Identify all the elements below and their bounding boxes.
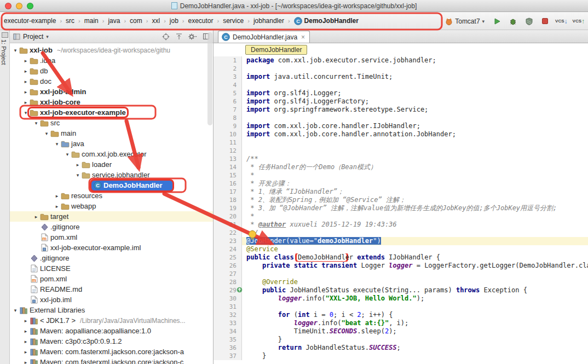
line-number-34[interactable]: 34 bbox=[214, 327, 242, 336]
line-number-24[interactable]: 24 bbox=[214, 245, 242, 253]
code-text[interactable]: * 任务Handler的一个Demo（Bean模式） bbox=[242, 163, 588, 171]
breadcrumb-src[interactable]: src bbox=[64, 16, 76, 26]
code-text[interactable]: import com.xxl.job.core.handler.annotati… bbox=[242, 130, 588, 138]
line-number-33[interactable]: 33 bbox=[214, 319, 242, 327]
tree-item-db[interactable]: ▸db bbox=[10, 66, 213, 76]
close-tab-icon[interactable]: × bbox=[300, 33, 305, 41]
tree-item-content[interactable]: service.jobhandler bbox=[81, 171, 151, 179]
code-text[interactable] bbox=[242, 65, 588, 73]
line-number-36[interactable]: 36 bbox=[214, 344, 242, 352]
line-number-31[interactable]: 31 bbox=[214, 303, 242, 311]
code-text[interactable]: for (int i = 0; i < 2; i++) { bbox=[242, 311, 588, 319]
line-number-15[interactable]: 15 bbox=[214, 171, 242, 180]
line-number-12[interactable]: 12 bbox=[214, 147, 242, 155]
collapse-all-icon[interactable] bbox=[175, 33, 183, 41]
code-text[interactable]: return JobHandleStatus.SUCCESS; bbox=[242, 344, 588, 352]
tree-item-src[interactable]: ▾src bbox=[10, 118, 213, 128]
code-text[interactable]: import com.xxl.job.core.handler.IJobHand… bbox=[242, 122, 588, 130]
tree-item-content[interactable]: src bbox=[39, 119, 61, 127]
tree-item-content[interactable]: mpom.xml bbox=[39, 233, 78, 241]
tree-item-content[interactable]: main bbox=[50, 129, 77, 137]
expand-arrow-icon[interactable]: ▾ bbox=[64, 152, 71, 157]
tree-item-content[interactable]: .idea bbox=[29, 56, 56, 65]
tree-item-content[interactable]: target bbox=[39, 212, 70, 221]
line-number-23[interactable]: 23 bbox=[214, 237, 242, 245]
stop-button[interactable] bbox=[539, 16, 550, 27]
tree-item-content[interactable]: xxl-job-core bbox=[29, 98, 82, 106]
code-text[interactable]: * @author xuxueli 2015-12-19 19:43:36 bbox=[242, 221, 588, 229]
line-number-37[interactable]: 37 bbox=[214, 352, 242, 360]
tree-item-xxl-job-executor-example[interactable]: ▾xxl-job-executor-example bbox=[10, 107, 213, 118]
override-marker-icon[interactable] bbox=[237, 287, 243, 295]
code-text[interactable]: * 2、装配到Spring，例如加 “@Service” 注解； bbox=[242, 196, 588, 204]
tree-item-maven-com-fasterxml-jackson-core-jackson-c[interactable]: ▸Maven: com.fasterxml.jackson.core:jacks… bbox=[10, 357, 213, 364]
tree-item-content[interactable]: resources bbox=[60, 192, 103, 200]
minimize-window-button[interactable] bbox=[16, 3, 22, 9]
project-tool-window-button[interactable]: 1: Project bbox=[1, 39, 9, 65]
tab-demojobhandler[interactable]: C DemoJobHandler.java × bbox=[218, 31, 310, 43]
expand-arrow-icon[interactable]: ▸ bbox=[22, 339, 29, 344]
code-text[interactable]: public JobHandleStatus execute(String...… bbox=[242, 286, 588, 294]
line-number-3[interactable]: 3 bbox=[214, 73, 242, 81]
tree-item-external-libraries[interactable]: ▾External Libraries bbox=[10, 305, 213, 315]
view-selector[interactable]: Project bbox=[23, 33, 43, 41]
expand-arrow-icon[interactable]: ▾ bbox=[22, 110, 29, 115]
tree-item-content[interactable]: CDemoJobHandler bbox=[91, 181, 172, 190]
breadcrumb-service[interactable]: service bbox=[221, 16, 245, 26]
expand-arrow-icon[interactable]: ▾ bbox=[12, 308, 19, 313]
code-text[interactable] bbox=[242, 114, 588, 122]
code-text[interactable] bbox=[242, 270, 588, 278]
tree-item-license[interactable]: LICENSE bbox=[10, 263, 213, 274]
line-number-17[interactable]: 17 bbox=[214, 188, 242, 196]
tree-item-content[interactable]: Maven: aopalliance:aopalliance:1.0 bbox=[29, 327, 152, 335]
code-text[interactable]: * bbox=[242, 171, 588, 180]
code-text[interactable]: private static transient Logger logger =… bbox=[242, 262, 588, 270]
code-text[interactable]: public class DemoJobHandler extends IJob… bbox=[242, 253, 588, 262]
tree-item-webapp[interactable]: ▸webapp bbox=[10, 201, 213, 211]
tree-item-resources[interactable]: ▸resources bbox=[10, 190, 213, 201]
line-number-11[interactable]: 11 bbox=[214, 138, 242, 147]
expand-arrow-icon[interactable]: ▸ bbox=[22, 89, 29, 95]
tree-item-content[interactable]: loader bbox=[81, 160, 113, 169]
tree-item-maven-c3p0-c3p0-0-9-1-2[interactable]: ▸Maven: c3p0:c3p0:0.9.1.2 bbox=[10, 336, 213, 346]
expand-arrow-icon[interactable]: ▸ bbox=[74, 162, 81, 167]
expand-arrow-icon[interactable]: ▸ bbox=[22, 318, 29, 323]
tree-item-java[interactable]: ▾java bbox=[10, 138, 213, 149]
tree-item-com-xxl-job-executor[interactable]: ▾com.xxl.job.executor bbox=[10, 149, 213, 159]
expand-arrow-icon[interactable]: ▸ bbox=[22, 68, 29, 74]
code-text[interactable]: * 开发步骤： bbox=[242, 180, 588, 188]
breadcrumb-job[interactable]: job bbox=[168, 16, 180, 26]
breadcrumb-executor[interactable]: executor bbox=[186, 16, 215, 26]
line-number-16[interactable]: 16 bbox=[214, 180, 242, 188]
expand-arrow-icon[interactable]: ▸ bbox=[33, 214, 39, 219]
tree-item-jdk1-7[interactable]: ▸< JDK1.7 >/Library/Java/JavaVirtualMach… bbox=[10, 315, 213, 326]
tree-item-content[interactable]: External Libraries bbox=[19, 306, 86, 314]
editor-breadcrumb-chip[interactable]: DemoJobHandler bbox=[245, 45, 307, 55]
code-text[interactable]: /** bbox=[242, 155, 588, 163]
coverage-button[interactable] bbox=[523, 16, 534, 27]
tree-item-idea[interactable]: ▸.idea bbox=[10, 55, 213, 66]
code-text[interactable]: } bbox=[242, 336, 588, 344]
line-number-10[interactable]: 10 bbox=[214, 130, 242, 138]
tree-item-xxl-job-executor-example-iml[interactable]: xxl-job-executor-example.iml bbox=[10, 242, 213, 253]
line-number-13[interactable]: 13 bbox=[214, 155, 242, 163]
run-button[interactable] bbox=[492, 16, 503, 27]
line-number-7[interactable]: 7 bbox=[214, 106, 242, 114]
code-text[interactable]: logger.info("XXL-JOB, Hello World."); bbox=[242, 294, 588, 303]
tree-item-content[interactable]: com.xxl.job.executor bbox=[71, 150, 148, 158]
breadcrumb-com[interactable]: com bbox=[128, 16, 144, 26]
gear-icon[interactable] bbox=[188, 33, 197, 41]
expand-arrow-icon[interactable]: ▾ bbox=[74, 172, 81, 178]
line-number-19[interactable]: 19 bbox=[214, 204, 242, 212]
code-text[interactable]: * 3、加 “@JobHander” 注解，注解value值为新增任务生成的Jo… bbox=[242, 204, 588, 212]
line-number-9[interactable]: 9 bbox=[214, 122, 242, 130]
tree-item-pom-xml[interactable]: mpom.xml bbox=[10, 274, 213, 284]
code-text[interactable] bbox=[242, 81, 588, 89]
expand-arrow-icon[interactable]: ▸ bbox=[22, 349, 29, 355]
tree-item-content[interactable]: webapp bbox=[60, 202, 97, 210]
code-text[interactable]: } bbox=[242, 352, 588, 360]
tree-item-maven-aopalliance-aopalliance-1-0[interactable]: ▸Maven: aopalliance:aopalliance:1.0 bbox=[10, 326, 213, 336]
expand-arrow-icon[interactable]: ▸ bbox=[22, 79, 29, 84]
code-text[interactable]: * 1、继承 “IJobHandler”； bbox=[242, 188, 588, 196]
tree-item-content[interactable]: Maven: c3p0:c3p0:0.9.1.2 bbox=[29, 337, 123, 345]
